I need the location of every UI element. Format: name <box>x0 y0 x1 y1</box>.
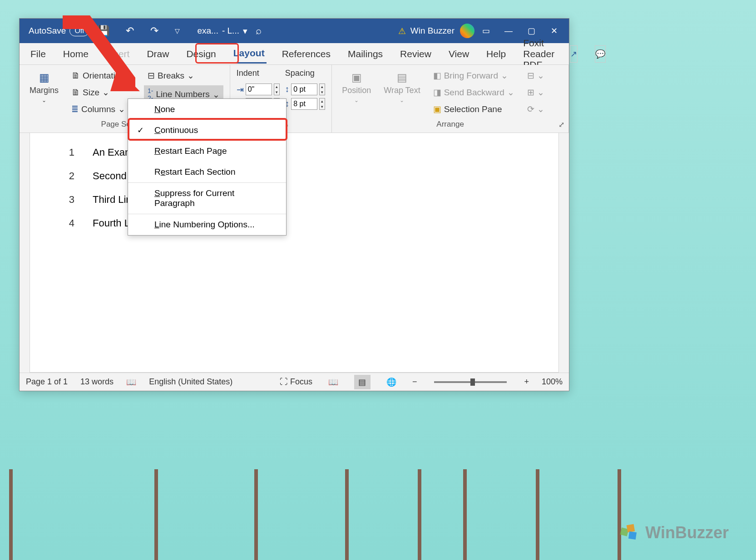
tab-mailings[interactable]: Mailings <box>346 45 385 63</box>
pin-ribbon-icon[interactable]: ⤢ <box>558 120 564 129</box>
zoom-slider[interactable] <box>434 381 507 383</box>
dropdown-restart-page[interactable]: Restart Each Page <box>128 141 286 162</box>
ribbon-display-icon[interactable]: ▭ <box>474 22 497 40</box>
columns-icon: ≣ <box>71 104 79 114</box>
indent-label: Indent <box>237 69 280 78</box>
share-button[interactable]: ↗ <box>570 45 578 63</box>
svg-rect-3 <box>627 524 635 533</box>
orientation-button[interactable]: 🗎Orientation⌄ <box>68 69 138 83</box>
minimize-button[interactable]: — <box>497 22 520 40</box>
dropdown-options[interactable]: Line Numbering Options... <box>128 214 286 235</box>
chevron-down-icon: ▾ <box>243 26 247 36</box>
word-count[interactable]: 13 words <box>80 377 114 387</box>
send-backward-button: ◨Send Backward⌄ <box>430 85 518 99</box>
align-button: ⊟⌄ <box>524 69 548 83</box>
status-bar: Page 1 of 1 13 words 📖 English (United S… <box>20 373 569 391</box>
size-button[interactable]: 🗎Size⌄ <box>68 85 138 99</box>
zoom-in-button[interactable]: + <box>524 377 529 387</box>
tab-draw[interactable]: Draw <box>145 45 171 63</box>
spacing-before-icon: ↕ <box>285 84 290 94</box>
position-icon: ▣ <box>351 71 362 84</box>
chevron-down-icon: ⌄ <box>118 104 125 114</box>
spacing-after-spinner[interactable]: ↕▴▾ <box>285 98 326 110</box>
word-window: AutoSave Off 💾 ↶ ↷ ▽ exa... - L... ▾ ⌕ ⚠… <box>19 18 569 391</box>
group-arrange: ▣Position⌄ ▤Wrap Text⌄ ◧Bring Forward⌄ ◨… <box>332 65 569 133</box>
margins-button[interactable]: ▦ Margins ⌄ <box>26 69 62 118</box>
language-indicator[interactable]: English (United States) <box>149 377 232 387</box>
chevron-down-icon: ⌄ <box>128 70 135 81</box>
winbuzzer-logo-icon <box>619 522 641 544</box>
focus-mode-button[interactable]: ⛶ Focus <box>280 377 312 387</box>
breaks-icon: ⊟ <box>148 70 155 81</box>
page-indicator[interactable]: Page 1 of 1 <box>26 377 68 387</box>
winbuzzer-watermark: WinBuzzer <box>619 522 729 544</box>
comments-button[interactable]: 💬 <box>595 45 606 63</box>
zoom-out-button[interactable]: − <box>412 377 417 387</box>
tab-help[interactable]: Help <box>484 45 508 63</box>
tab-home[interactable]: Home <box>61 45 90 63</box>
document-page: 1An Example Document 2Second Line 3Third… <box>30 133 558 255</box>
breaks-button[interactable]: ⊟Breaks⌄ <box>144 69 223 83</box>
username[interactable]: Win Buzzer <box>410 26 455 36</box>
align-icon: ⊟ <box>527 70 534 81</box>
ribbon: ▦ Margins ⌄ 🗎Orientation⌄ 🗎Size⌄ ≣Column… <box>20 65 569 133</box>
dropdown-continuous[interactable]: ✓Continuous <box>128 120 286 141</box>
size-icon: 🗎 <box>71 88 80 98</box>
autosave-toggle[interactable]: Off <box>69 25 89 36</box>
tab-insert[interactable]: Insert <box>104 45 132 63</box>
autosave-label: AutoSave <box>29 26 66 36</box>
indent-left-icon: ⇥ <box>237 84 244 95</box>
undo-icon[interactable]: ↶ <box>126 25 134 37</box>
svg-rect-4 <box>628 531 637 540</box>
ribbon-tabs: File Home Insert Draw Design Layout Refe… <box>20 43 569 65</box>
wrap-text-icon: ▤ <box>397 71 407 84</box>
tab-references[interactable]: References <box>280 45 332 63</box>
user-avatar[interactable] <box>460 24 474 38</box>
arrange-label: Arrange <box>338 118 562 131</box>
tab-file[interactable]: File <box>29 45 48 63</box>
dropdown-restart-section[interactable]: Restart Each Section <box>128 162 286 183</box>
check-icon: ✓ <box>137 125 144 135</box>
indent-left-spinner[interactable]: ⇥▴▾ <box>237 84 280 95</box>
zoom-level[interactable]: 100% <box>542 377 563 387</box>
orientation-icon: 🗎 <box>71 71 80 81</box>
document-area[interactable]: 1An Example Document 2Second Line 3Third… <box>30 133 559 373</box>
group-button: ⊞⌄ <box>524 85 548 99</box>
send-backward-icon: ◨ <box>433 87 441 98</box>
customize-qat-icon[interactable]: ▽ <box>175 27 180 34</box>
web-layout-button[interactable]: 🌐 <box>383 375 400 389</box>
redo-icon[interactable]: ↷ <box>150 25 158 37</box>
title-bar: AutoSave Off 💾 ↶ ↷ ▽ exa... - L... ▾ ⌕ ⚠… <box>20 19 569 43</box>
line-numbers-dropdown: None ✓Continuous Restart Each Page Resta… <box>128 98 287 236</box>
search-icon[interactable]: ⌕ <box>256 25 262 37</box>
selection-pane-button[interactable]: ▣Selection Pane <box>430 102 518 116</box>
save-icon[interactable]: 💾 <box>97 25 109 37</box>
tab-design[interactable]: Design <box>184 45 217 63</box>
chevron-down-icon: ⌄ <box>187 70 194 81</box>
margins-icon: ▦ <box>39 71 49 84</box>
rotate-button: ⟳⌄ <box>524 102 548 116</box>
warning-icon: ⚠ <box>398 26 406 36</box>
position-button: ▣Position⌄ <box>338 69 375 118</box>
bring-forward-icon: ◧ <box>433 70 441 81</box>
tab-view[interactable]: View <box>447 45 471 63</box>
dropdown-suppress[interactable]: Suppress for Current Paragraph <box>128 183 286 214</box>
proofing-icon[interactable]: 📖 <box>126 377 136 387</box>
chevron-down-icon: ⌄ <box>42 97 46 103</box>
tab-layout[interactable]: Layout <box>232 44 267 64</box>
selection-pane-icon: ▣ <box>433 104 441 114</box>
tab-review[interactable]: Review <box>398 45 433 63</box>
group-icon: ⊞ <box>527 87 534 98</box>
dropdown-none[interactable]: None <box>128 99 286 120</box>
rotate-icon: ⟳ <box>527 104 534 114</box>
chevron-down-icon: ⌄ <box>102 87 109 98</box>
wrap-text-button: ▤Wrap Text⌄ <box>380 69 424 118</box>
document-title[interactable]: exa... - L... ▾ <box>197 26 247 36</box>
spacing-label: Spacing <box>285 69 326 78</box>
spacing-before-spinner[interactable]: ↕▴▾ <box>285 84 326 95</box>
bring-forward-button: ◧Bring Forward⌄ <box>430 69 518 83</box>
print-layout-button[interactable]: ▤ <box>354 375 371 389</box>
read-mode-button[interactable]: 📖 <box>325 375 341 389</box>
